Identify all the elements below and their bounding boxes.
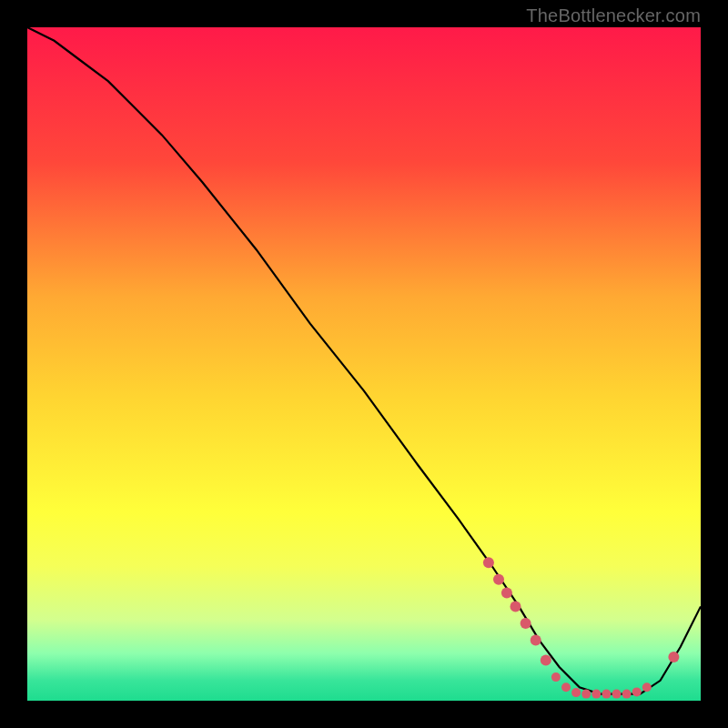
curve-marker xyxy=(493,574,504,585)
curve-marker xyxy=(642,682,652,692)
curve-marker xyxy=(612,690,622,699)
bottleneck-chart xyxy=(27,27,701,701)
curve-marker xyxy=(551,672,561,682)
curve-marker xyxy=(511,601,521,612)
curve-marker xyxy=(483,557,494,568)
watermark-text: TheBottlenecker.com xyxy=(526,5,701,26)
curve-marker xyxy=(561,682,571,692)
curve-marker xyxy=(592,690,601,699)
curve-marker xyxy=(581,690,591,699)
curve-marker xyxy=(632,687,642,696)
curve-marker xyxy=(571,688,581,697)
gradient-rect xyxy=(27,27,701,701)
curve-marker xyxy=(541,655,551,666)
curve-marker xyxy=(501,588,512,599)
curve-marker xyxy=(531,634,541,645)
curve-marker xyxy=(622,690,632,699)
curve-marker xyxy=(602,690,611,699)
chart-frame: TheBottlenecker.com xyxy=(0,0,728,728)
curve-marker xyxy=(521,618,531,629)
curve-marker xyxy=(668,652,679,662)
